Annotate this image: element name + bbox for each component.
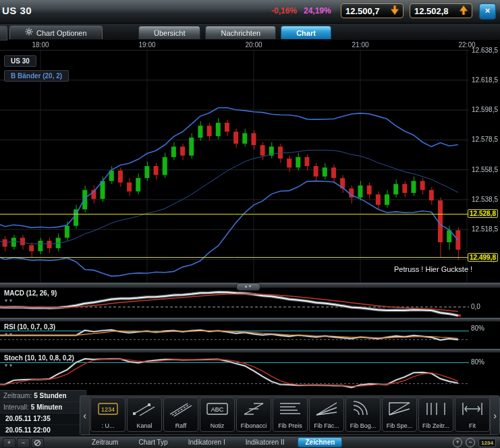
tool-label: Fib Fäc... (314, 422, 339, 431)
tool-fib-price[interactable]: Fib Preis (273, 397, 308, 432)
price-tick: 12.618,5 (470, 76, 498, 84)
statusbar-tab-chart-typ[interactable]: Chart Typ (132, 437, 174, 447)
fib-icon (240, 400, 267, 418)
rsi-level-label: 80% (471, 325, 498, 332)
tool-label: Fib Bog... (350, 422, 377, 431)
info-row: 20.05.11 22:00 (0, 425, 86, 437)
tool-fib-time[interactable]: Fib Zeitr... (418, 397, 453, 432)
info-row: Zeitraum:5 Stunden (0, 391, 86, 402)
numbers-icon: 1234 (94, 400, 121, 418)
chart-tabbar: Chart Optionen ÜbersichtNachrichtenChart (0, 23, 500, 40)
price-tick: 12.598,5 (470, 106, 498, 113)
tool-label: Notiz (211, 422, 225, 431)
tab-nachrichten[interactable]: Nachrichten (205, 26, 276, 39)
zoom-in-button[interactable]: + (3, 438, 16, 448)
sell-price-button[interactable]: 12.500,7 (341, 3, 404, 18)
circle-minus-icon[interactable]: − (466, 438, 475, 447)
tab-chart[interactable]: Chart (281, 26, 331, 39)
tool-abc[interactable]: ABCNotiz (200, 397, 235, 432)
price-up-arrow-icon (460, 5, 468, 17)
price-tick: 12.578,5 (470, 136, 498, 143)
price-tick: 12.638,5 (470, 47, 498, 54)
info-value: 5 Minuten (31, 403, 63, 411)
stoch-label: Stoch (10, 10, 0,8, 0,2) (4, 354, 74, 362)
statusbar-right-group: + − 1234 (453, 438, 496, 447)
macd-zero-label: 0,0 (471, 303, 498, 310)
fit-icon (459, 400, 486, 418)
legend-symbol[interactable]: US 30 (4, 55, 36, 67)
price-tick: 12.518,5 (470, 225, 498, 233)
tool-label: Fib Spe... (387, 422, 413, 431)
toolbar-scroll-left-icon[interactable]: ‹ (80, 396, 90, 435)
statusbar-tab-zeitraum[interactable]: Zeitraum (85, 437, 125, 447)
tool-label: : U... (101, 422, 114, 431)
time-tick: 18:00 (27, 41, 54, 49)
window-header: US 30 -0,16% 24,19% 12.500,7 12.502,8 × (0, 0, 500, 24)
price-line-label[interactable]: 12.499,8 (468, 253, 498, 262)
tool-fit[interactable]: Fit (455, 397, 490, 432)
rsi-panel-canvas[interactable] (0, 322, 500, 349)
drawing-toolbar: ‹ 1234: U...KanalRaffABCNotizFibonacciFi… (80, 395, 500, 435)
rsi-collapse-icons[interactable]: ▾▾ (5, 331, 14, 337)
tab-stub[interactable] (0, 26, 7, 40)
panel-divider[interactable] (0, 318, 500, 322)
tool-label: Fibonacci (241, 422, 267, 431)
info-value: 20.05.11 22:00 (5, 426, 51, 434)
tool-channel[interactable]: Kanal (127, 397, 162, 432)
macd-panel-canvas[interactable] (0, 288, 500, 318)
trading-chart-window: US 30 -0,16% 24,19% 12.500,7 12.502,8 × … (0, 0, 500, 448)
sell-price-value: 12.500,7 (345, 6, 380, 16)
reset-view-button[interactable] (31, 438, 44, 448)
buy-price-button[interactable]: 12.502,8 (410, 3, 472, 18)
time-tick: 21:00 (347, 41, 374, 49)
range-percent: 24,19% (304, 6, 331, 16)
numbers-1234-button[interactable]: 1234 (478, 439, 496, 447)
price-chart-canvas[interactable] (0, 40, 500, 283)
info-row: 20.05.11 17:35 (0, 414, 86, 425)
legend-bollinger[interactable]: B Bänder (20, 2) (4, 70, 69, 82)
drawing-tools: 1234: U...KanalRaffABCNotizFibonacciFib … (90, 396, 490, 435)
svg-text:ABC: ABC (211, 406, 224, 413)
stoch-collapse-icons[interactable]: ▾▾ (5, 362, 14, 368)
close-button[interactable]: × (479, 3, 496, 20)
price-tick: 12.558,5 (470, 166, 498, 173)
tool-fib-fan[interactable]: Fib Fäc... (309, 397, 344, 432)
circle-plus-icon[interactable]: + (453, 438, 462, 447)
view-tabs: ÜbersichtNachrichtenChart (138, 26, 331, 39)
statusbar-tab-zeichnen[interactable]: Zeichnen (298, 437, 342, 447)
tool-numbers[interactable]: 1234: U... (90, 397, 126, 432)
rsi-label: RSI (10, 0,7, 0,3) (4, 323, 55, 331)
tool-label: Fib Zeitr... (422, 422, 449, 431)
tool-raff[interactable]: Raff (163, 397, 198, 432)
tool-fib-arc[interactable]: Fib Bog... (345, 397, 381, 432)
tab-chart-options-label: Chart Optionen (36, 26, 87, 40)
tab-chart-options[interactable]: Chart Optionen (9, 26, 103, 39)
info-value: 5 Stunden (34, 392, 66, 399)
abc-icon: ABC (204, 400, 231, 418)
divider-handle-icon[interactable]: ▲▼ (236, 283, 260, 291)
price-line-label[interactable]: 12.528,8 (468, 209, 498, 218)
channel-icon (131, 400, 158, 418)
tab-übersicht[interactable]: Übersicht (138, 26, 200, 39)
info-label: Intervall: (3, 403, 29, 411)
panel-divider[interactable]: ▲▼ (0, 283, 500, 288)
status-bar: + − ZeitraumChart TypIndikatoren IIndika… (0, 436, 500, 448)
tool-label: Fit (469, 422, 476, 431)
macd-collapse-icons[interactable]: ▾▾ (5, 298, 14, 304)
svg-text:1234: 1234 (101, 406, 115, 413)
tool-fib-speed[interactable]: Fib Spe... (382, 397, 417, 432)
chart-info-box: Zeitraum:5 StundenIntervall:5 Minuten▲▼2… (0, 390, 86, 435)
info-value: 20.05.11 17:35 (5, 415, 51, 422)
stoch-panel-canvas[interactable] (0, 353, 500, 393)
statusbar-tab-indikatoren-i[interactable]: Indikatoren I (182, 437, 232, 447)
gear-icon (25, 26, 33, 40)
buy-price-value: 12.502,8 (414, 6, 449, 16)
toolbar-scroll-right-icon[interactable]: › (490, 396, 499, 435)
statusbar-tab-indikatoren-ii[interactable]: Indikatoren II (239, 437, 291, 447)
chart-annotation: Petruss ! Hier Guckste ! (394, 265, 472, 273)
panel-divider[interactable] (0, 349, 500, 353)
zoom-out-button[interactable]: − (17, 438, 30, 448)
fib-fan-icon (313, 400, 340, 418)
tool-fib[interactable]: Fibonacci (236, 397, 271, 432)
statusbar-zoom-group: + − (3, 438, 45, 448)
